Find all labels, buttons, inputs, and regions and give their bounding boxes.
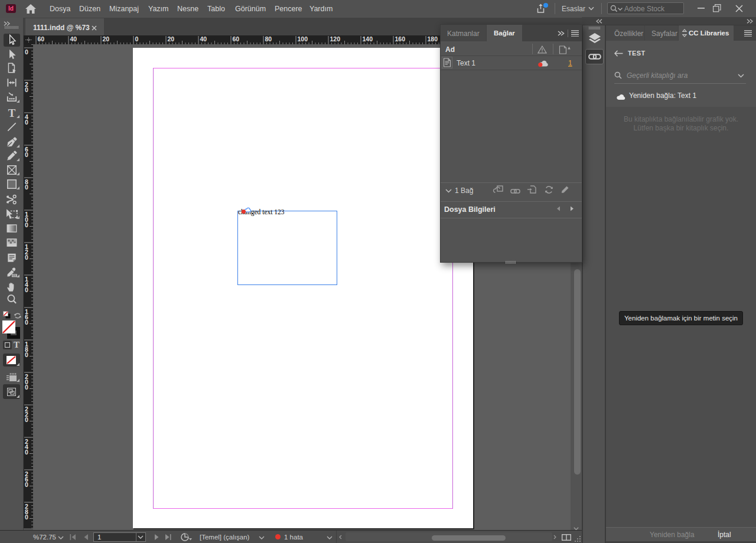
svg-text:0: 0 — [25, 151, 28, 158]
svg-text:0: 0 — [25, 184, 28, 191]
svg-text:0: 0 — [135, 35, 139, 42]
svg-text:0: 0 — [25, 384, 28, 391]
svg-text:0: 0 — [25, 481, 28, 488]
svg-text:0: 0 — [25, 119, 28, 126]
svg-text:0: 0 — [25, 449, 28, 456]
svg-text:0: 0 — [25, 416, 28, 423]
svg-text:40: 40 — [70, 35, 77, 42]
svg-text:0: 0 — [25, 351, 28, 358]
svg-text:0: 0 — [25, 319, 28, 326]
svg-text:160: 160 — [395, 35, 406, 42]
svg-text:60: 60 — [233, 35, 240, 42]
svg-text:0: 0 — [25, 254, 28, 261]
svg-text:0: 0 — [25, 86, 28, 93]
svg-text:100: 100 — [298, 35, 308, 42]
svg-text:0: 0 — [25, 513, 28, 521]
svg-text:20: 20 — [103, 35, 110, 42]
svg-text:20: 20 — [168, 35, 175, 42]
svg-text:140: 140 — [363, 35, 373, 42]
svg-text:0: 0 — [25, 48, 28, 55]
svg-text:T: T — [8, 107, 16, 119]
svg-text:0: 0 — [25, 221, 28, 228]
svg-text:180: 180 — [428, 35, 438, 42]
svg-text:120: 120 — [330, 35, 341, 42]
svg-text:40: 40 — [200, 35, 207, 42]
svg-text:60: 60 — [38, 35, 45, 42]
svg-text:0: 0 — [25, 286, 28, 293]
svg-text:80: 80 — [265, 35, 272, 42]
